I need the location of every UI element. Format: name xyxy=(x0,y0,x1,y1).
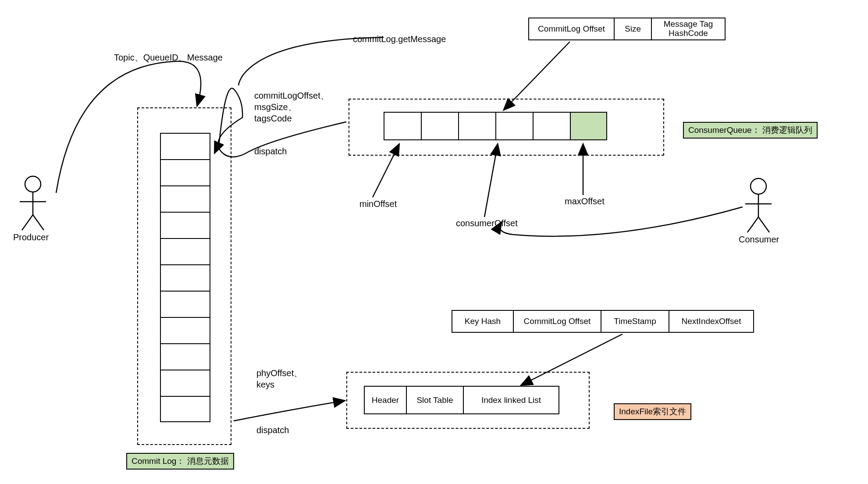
svg-line-8 xyxy=(747,217,758,232)
min-offset-label: minOffset xyxy=(359,199,397,209)
svg-line-3 xyxy=(22,215,33,230)
svg-line-9 xyxy=(758,217,769,232)
commitlog-cell xyxy=(160,133,210,159)
cq-cell xyxy=(458,112,495,140)
indexfile-badge: IndexFile索引文件 xyxy=(614,403,691,420)
cq-cell xyxy=(495,112,533,140)
dispatch1-action: dispatch xyxy=(254,146,287,157)
index-record-row: Key Hash CommitLog Offset TimeStamp Next… xyxy=(452,310,754,333)
cq-cell-active xyxy=(570,112,607,140)
commitlog-cell xyxy=(160,159,210,185)
dispatch2-params: phyOffset、keys xyxy=(256,367,302,390)
commitlog-cell xyxy=(160,396,210,422)
max-offset-label: maxOffset xyxy=(565,196,605,206)
cq-row xyxy=(384,112,607,140)
dispatch2-action: dispatch xyxy=(256,425,289,435)
topic-label: Topic、QueueID、Message xyxy=(114,52,223,64)
index-record-next: NextIndexOffset xyxy=(669,310,754,333)
index-record-keyhash: Key Hash xyxy=(452,310,513,333)
indexfile-linked: Index linked List xyxy=(463,386,559,414)
commitlog-cell xyxy=(160,291,210,317)
consumer-label: Consumer xyxy=(739,235,779,245)
commitlog-cell xyxy=(160,185,210,212)
cq-cell xyxy=(533,112,570,140)
commitlog-cell xyxy=(160,212,210,238)
cq-cell xyxy=(421,112,458,140)
getmessage-label: commitLog.getMessage xyxy=(353,34,446,44)
dispatch1-params-text: commitLogOffset、msgSize、tagsCode xyxy=(254,91,329,123)
indexfile-header: Header xyxy=(364,386,406,414)
commitlog-cell xyxy=(160,238,210,264)
commitlog-cell xyxy=(160,264,210,291)
dispatch2-params-text: phyOffset、keys xyxy=(256,368,302,389)
cq-cell xyxy=(384,112,421,140)
commitlog-cell xyxy=(160,317,210,343)
consumer-offset-label: consumerOffset xyxy=(456,218,518,228)
indexfile-slot: Slot Table xyxy=(406,386,463,414)
dispatch1-params: commitLogOffset、msgSize、tagsCode xyxy=(254,90,329,124)
cq-record-offset: CommitLog Offset xyxy=(528,18,614,40)
indexfile-row: Header Slot Table Index linked List xyxy=(364,386,559,414)
cq-record-hash: Message TagHashCode xyxy=(651,18,726,40)
svg-point-0 xyxy=(25,176,41,192)
commitlog-cell xyxy=(160,370,210,396)
commitlog-badge: Commit Log： 消息元数据 xyxy=(126,453,234,470)
index-record-offset: CommitLog Offset xyxy=(513,310,601,333)
commitlog-stack xyxy=(160,133,210,422)
svg-point-5 xyxy=(751,178,766,194)
cq-record-row: CommitLog Offset Size Message TagHashCod… xyxy=(528,18,726,40)
svg-line-4 xyxy=(33,215,44,230)
index-record-timestamp: TimeStamp xyxy=(601,310,669,333)
producer-label: Producer xyxy=(13,232,49,242)
commitlog-cell xyxy=(160,343,210,370)
cq-record-size: Size xyxy=(614,18,651,40)
cq-badge: ConsumerQueue： 消费逻辑队列 xyxy=(683,122,818,139)
